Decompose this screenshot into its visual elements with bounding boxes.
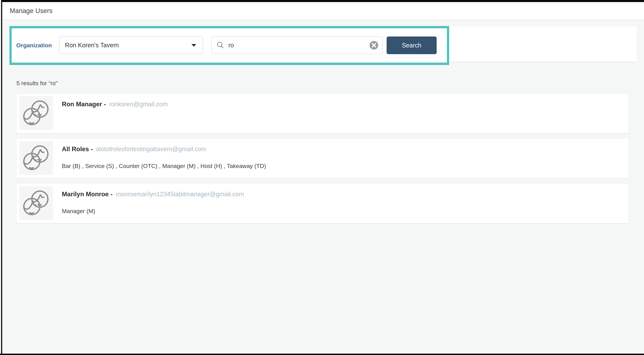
user-card[interactable]: All Roles - alotofrolesfortestingattaver…	[16, 138, 628, 178]
window-frame-top	[0, 0, 644, 2]
clear-search-button[interactable]	[370, 41, 378, 50]
search-field	[211, 36, 383, 54]
user-name-row: Ron Manager - ronkoren@gmail.com	[62, 100, 168, 108]
manage-users-page: Manage Users Organization Ron Koren's Ta…	[0, 0, 644, 355]
user-card[interactable]: Ron Manager - ronkoren@gmail.com	[16, 94, 628, 134]
results-summary: 5 results for “ro"	[16, 80, 58, 86]
two-faces-avatar-icon	[21, 98, 52, 128]
avatar	[19, 96, 53, 130]
avatar	[19, 141, 53, 175]
search-button[interactable]: Search	[386, 36, 437, 54]
user-name-row: Marilyn Monroe - monroemarilyn12345tabit…	[62, 190, 244, 198]
user-roles: Manager (M)	[62, 208, 95, 214]
window-frame-bottom	[0, 354, 644, 355]
user-name: All Roles -	[62, 146, 93, 153]
two-faces-avatar-icon	[21, 188, 52, 218]
organization-select[interactable]: Ron Koren's Tavern	[59, 36, 203, 54]
user-name: Marilyn Monroe -	[62, 190, 112, 198]
search-icon	[216, 41, 224, 49]
clear-circle-icon	[370, 41, 378, 50]
two-faces-avatar-icon	[21, 142, 52, 174]
user-card[interactable]: Marilyn Monroe - monroemarilyn12345tabit…	[16, 184, 628, 224]
search-input[interactable]	[228, 42, 370, 49]
window-frame-left-border	[1, 0, 2, 355]
organization-select-value: Ron Koren's Tavern	[65, 42, 119, 49]
user-email: monroemarilyn12345tabitmanager@gmail.com	[116, 190, 244, 198]
user-email: ronkoren@gmail.com	[109, 100, 168, 108]
user-email: alotofrolesfortestingattavern@gmail.com	[96, 146, 206, 153]
user-name-row: All Roles - alotofrolesfortestingattaver…	[62, 146, 206, 153]
user-name: Ron Manager -	[62, 100, 106, 108]
organization-label: Organization	[16, 36, 52, 54]
page-title: Manage Users	[10, 7, 52, 14]
user-roles: Bar (B) , Service (S) , Counter (OTC) , …	[62, 163, 266, 169]
page-header: Manage Users	[2, 2, 644, 20]
avatar	[19, 186, 53, 220]
caret-down-icon	[192, 44, 196, 46]
